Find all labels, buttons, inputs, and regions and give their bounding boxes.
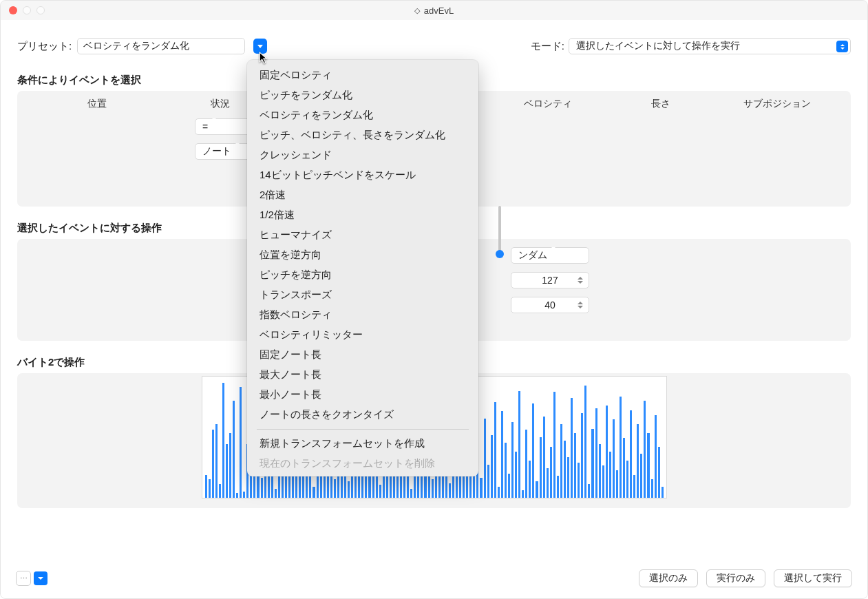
menu-item[interactable]: 最大ノート長	[247, 365, 478, 385]
menu-item[interactable]: 指数ベロシティ	[247, 305, 478, 325]
chart-bar	[651, 479, 653, 498]
chart-bar	[243, 492, 245, 498]
slider-knob-icon[interactable]	[496, 250, 504, 258]
chart-bar	[571, 398, 573, 498]
divider-slider[interactable]	[495, 206, 505, 261]
menu-item[interactable]: 最小ノート長	[247, 385, 478, 405]
chart-bar	[655, 415, 657, 498]
chevron-updown-icon	[208, 120, 220, 133]
chart-bar	[644, 401, 646, 498]
menu-item[interactable]: 14ビットピッチベンドをスケール	[247, 165, 478, 185]
chart-bar	[532, 403, 534, 498]
select-and-run-button[interactable]: 選択して実行	[774, 569, 852, 587]
chart-bar	[599, 444, 601, 498]
chart-bar	[609, 452, 611, 498]
chart-bar	[647, 433, 649, 498]
menu-item[interactable]: ノートの長さをクオンタイズ	[247, 405, 478, 425]
chart-bar	[498, 487, 500, 498]
chart-bar	[613, 419, 615, 498]
chart-bar	[285, 474, 287, 498]
preset-name-input[interactable]: ベロシティをランダム化	[77, 38, 245, 54]
mode-select[interactable]: 選択したイベントに対して操作を実行	[569, 38, 851, 54]
menu-item[interactable]: ピッチを逆方向	[247, 265, 478, 285]
chart-bar	[633, 475, 635, 498]
chart-bar	[602, 465, 604, 498]
menu-item-new[interactable]: 新規トランスフォームセットを作成	[247, 434, 478, 454]
chart-bar	[574, 433, 576, 498]
chart-bar	[518, 391, 520, 498]
menu-item-delete: 現在のトランスフォームセットを削除	[247, 454, 478, 474]
chart-bar	[567, 457, 569, 498]
window-proxy-icon: ◇	[414, 6, 420, 15]
chart-bar	[511, 422, 514, 498]
chart-bar	[553, 392, 555, 498]
chart-bar	[491, 435, 493, 498]
chart-bar	[547, 468, 549, 498]
preset-menu: 固定ベロシティピッチをランダム化ベロシティをランダム化ピッチ、ベロシティ、長さを…	[247, 60, 478, 476]
stepper-icon[interactable]	[575, 275, 586, 286]
chart-bar	[334, 479, 336, 498]
chart-bar	[229, 433, 231, 498]
mode-label: モード:	[531, 40, 564, 53]
chart-bar	[205, 475, 207, 498]
chart-bar	[564, 441, 566, 498]
close-window-icon[interactable]	[9, 6, 17, 14]
header-velocity: ベロシティ	[491, 98, 604, 110]
menu-item[interactable]: 1/2倍速	[247, 205, 478, 225]
chart-bar	[658, 447, 660, 498]
menu-item[interactable]: 位置を逆方向	[247, 245, 478, 265]
chart-bar	[261, 478, 263, 498]
chart-bar	[623, 438, 625, 498]
more-options-button[interactable]: ⋯	[16, 571, 31, 586]
chart-bar	[379, 485, 381, 498]
menu-item[interactable]: ピッチ、ベロシティ、長さをランダム化	[247, 125, 478, 145]
menu-item[interactable]: ヒューマナイズ	[247, 225, 478, 245]
chart-bar	[584, 386, 586, 498]
chart-bar	[313, 487, 315, 498]
menu-item[interactable]: トランスポーズ	[247, 285, 478, 305]
chart-bar	[515, 452, 517, 498]
chart-bar	[536, 481, 538, 498]
chart-bar	[494, 402, 496, 498]
window-title: advEvL	[424, 6, 454, 16]
chart-bar	[543, 417, 545, 498]
chart-bar	[275, 489, 277, 498]
minimize-window-icon[interactable]	[23, 6, 31, 14]
chart-bar	[626, 461, 628, 498]
chart-bar	[616, 470, 618, 498]
chart-bar	[361, 476, 363, 498]
header-length: 長さ	[604, 98, 717, 110]
chart-bar	[505, 443, 507, 498]
zoom-window-icon[interactable]	[36, 6, 45, 14]
chart-bar	[620, 397, 622, 498]
run-only-button[interactable]: 実行のみ	[706, 569, 765, 587]
chevron-updown-icon	[836, 41, 848, 52]
chart-bar	[595, 408, 597, 498]
menu-item[interactable]: 固定ノート長	[247, 345, 478, 365]
chart-bar	[209, 479, 211, 498]
operation-value-max[interactable]: 127	[511, 272, 589, 288]
chart-bar	[219, 484, 221, 498]
operation-value-min[interactable]: 40	[511, 297, 589, 313]
menu-item[interactable]: 固定ベロシティ	[247, 65, 478, 85]
chart-bar	[557, 476, 559, 498]
header-position: 位置	[31, 98, 162, 110]
menu-item[interactable]: 2倍速	[247, 185, 478, 205]
chart-bar	[226, 444, 228, 498]
operation-mode-select[interactable]: ンダム	[511, 247, 589, 264]
chevron-updown-icon	[547, 249, 560, 262]
stepper-icon[interactable]	[575, 300, 586, 311]
menu-item[interactable]: ベロシティをランダム化	[247, 105, 478, 125]
chart-bar	[661, 487, 664, 498]
select-only-button[interactable]: 選択のみ	[639, 569, 698, 587]
chart-bar	[236, 493, 238, 498]
chart-bar	[630, 410, 632, 498]
menu-item[interactable]: ピッチをランダム化	[247, 85, 478, 105]
more-menu-chevron[interactable]	[34, 571, 47, 585]
menu-item[interactable]: ベロシティリミッター	[247, 325, 478, 345]
chart-bar	[480, 478, 482, 498]
preset-menu-button[interactable]	[253, 39, 267, 54]
chart-bar	[581, 413, 583, 498]
menu-item[interactable]: クレッシェンド	[247, 145, 478, 165]
chart-bar	[525, 430, 527, 498]
